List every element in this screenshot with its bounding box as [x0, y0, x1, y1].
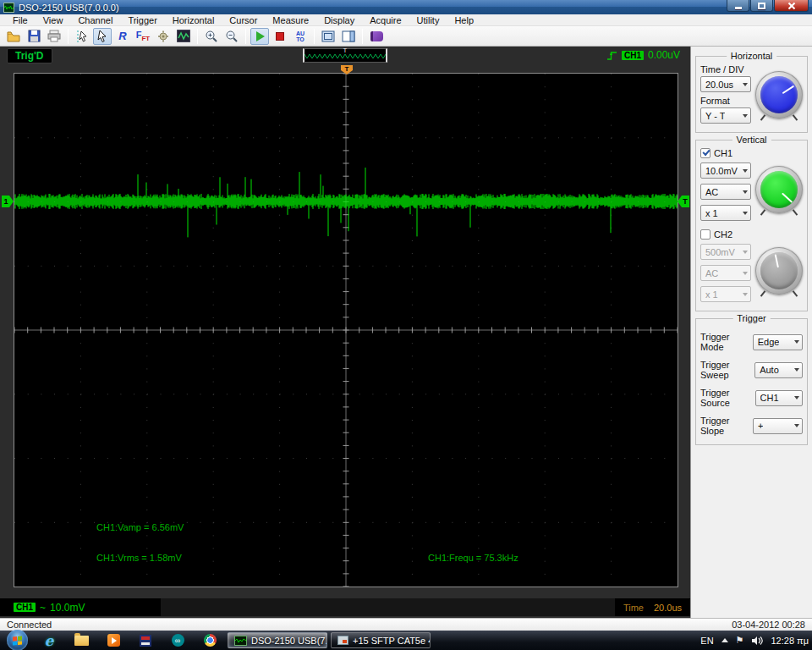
volume-icon[interactable]	[751, 636, 763, 646]
tray-clock[interactable]: 12:28 πμ	[771, 636, 809, 646]
chevron-down-icon	[743, 293, 748, 296]
taskbar-task-dso[interactable]: DSO-2150 USB(7.0.0.0)	[228, 632, 327, 648]
scope-grid-and-trace	[14, 74, 678, 587]
chevron-down-icon	[794, 396, 799, 399]
trigger-slope-label: Trigger Slope	[700, 416, 753, 436]
taskbar: e ∞ DSO-2150 USB(7.0.0.0) +15 SFTP CAT5e…	[0, 631, 812, 650]
ch1-position-knob[interactable]	[755, 166, 803, 213]
preview-trigger-marker: T	[343, 47, 347, 54]
side-panel-icon	[342, 30, 355, 42]
menu-file[interactable]: File	[5, 15, 36, 25]
taskbar-task-sftp[interactable]: +15 SFTP CAT5e 47u...	[331, 632, 431, 648]
ch1-settings-readout: CH1 ~ 10.0mV	[0, 598, 161, 616]
trigger-level-marker[interactable]: T	[678, 196, 689, 207]
save-button[interactable]	[25, 28, 43, 45]
panel-toggle-button[interactable]	[339, 28, 358, 45]
pointer-tool-button[interactable]	[93, 28, 112, 45]
ch2-label: CH2	[714, 229, 732, 240]
video-app-icon[interactable]	[135, 632, 156, 649]
format-select[interactable]: Y - T	[700, 107, 751, 124]
trigger-source-select[interactable]: CH1	[755, 390, 803, 406]
horizontal-group: Horizontal Time / DIV 20.0us Format Y - …	[695, 56, 808, 133]
print-button[interactable]	[45, 28, 63, 45]
chevron-down-icon	[743, 114, 748, 118]
time-div-select[interactable]: 20.0us	[700, 76, 751, 92]
chevron-down-icon	[794, 340, 799, 344]
menu-cursor[interactable]: Cursor	[222, 15, 265, 25]
media-player-icon[interactable]	[103, 632, 123, 649]
menu-acquire[interactable]: Acquire	[362, 15, 409, 25]
system-tray: EN ⚑ 12:28 πμ	[700, 631, 809, 650]
fullscreen-icon	[321, 30, 335, 42]
windows-logo-icon	[13, 636, 22, 645]
scope-bottom-bar: CH1 ~ 10.0mV Time 20.0us	[0, 598, 690, 616]
arduino-icon[interactable]: ∞	[167, 632, 188, 649]
autoset-button[interactable]: AUTO	[291, 28, 310, 45]
chevron-down-icon	[743, 212, 748, 215]
waveform-preview-scrollbar[interactable]: T	[303, 48, 387, 63]
maximize-icon	[758, 3, 765, 9]
ch2-position-knob[interactable]	[755, 247, 803, 295]
menu-help[interactable]: Help	[447, 15, 481, 25]
fullscreen-button[interactable]	[319, 28, 337, 45]
open-button[interactable]	[4, 28, 23, 45]
trigger-source-label: Trigger Source	[700, 388, 755, 408]
close-button[interactable]	[774, 0, 809, 12]
menu-utility[interactable]: Utility	[409, 15, 447, 25]
time-value: 20.0us	[654, 603, 682, 613]
trigger-group-title: Trigger	[732, 313, 770, 323]
ch1-coupling-select[interactable]: AC	[700, 184, 751, 200]
readout-channel-badge: CH1	[622, 51, 644, 60]
zoom-in-button[interactable]	[202, 28, 221, 45]
chrome-icon[interactable]	[200, 632, 220, 649]
pointer-arrow-icon	[96, 30, 108, 42]
chevron-down-icon	[743, 83, 748, 86]
zoom-out-button[interactable]	[222, 28, 241, 45]
settings-button[interactable]	[154, 28, 173, 45]
minimize-button[interactable]	[727, 0, 749, 12]
stop-button[interactable]	[271, 28, 289, 45]
trigger-slope-select[interactable]: +	[753, 418, 803, 434]
ch1-position-marker[interactable]: 1	[2, 196, 14, 207]
chevron-down-icon	[794, 424, 799, 427]
waveform-display-button[interactable]	[174, 28, 193, 45]
ch2-checkbox[interactable]	[700, 229, 710, 240]
help-button[interactable]	[367, 28, 386, 45]
trigger-sweep-select[interactable]: Auto	[754, 362, 803, 378]
ch1-probe-select[interactable]: x 1	[700, 205, 751, 221]
ch2-volts-select[interactable]: 500mV	[700, 244, 751, 260]
title-bar: DSO-2150 USB(7.0.0.0)	[0, 0, 812, 14]
menu-channel[interactable]: Channel	[70, 15, 120, 25]
trigger-mode-label: Trigger Mode	[700, 332, 753, 352]
explorer-folder-icon[interactable]	[71, 632, 91, 649]
toolbar-separator	[314, 29, 315, 44]
internet-explorer-icon[interactable]: e	[39, 632, 59, 649]
sftp-app-icon	[337, 636, 348, 645]
action-center-flag-icon[interactable]: ⚑	[736, 635, 744, 646]
language-indicator[interactable]: EN	[700, 636, 713, 646]
horizontal-group-title: Horizontal	[727, 51, 777, 61]
menu-view[interactable]: View	[36, 15, 71, 25]
app-logo-icon	[3, 3, 14, 13]
cursor-tool-button[interactable]	[73, 28, 91, 45]
ch1-checkbox[interactable]	[700, 148, 710, 158]
menu-display[interactable]: Display	[316, 15, 362, 25]
run-button[interactable]	[250, 28, 269, 45]
fft-button[interactable]: FFT	[134, 28, 152, 45]
menu-trigger[interactable]: Trigger	[120, 15, 164, 25]
show-hidden-icons-button[interactable]	[721, 638, 728, 642]
ch2-coupling-select[interactable]: AC	[700, 265, 751, 281]
menu-measure[interactable]: Measure	[265, 15, 316, 25]
ch1-volts-select[interactable]: 10.0mV	[700, 162, 751, 179]
ch2-probe-select[interactable]: x 1	[700, 286, 751, 302]
play-icon	[256, 31, 265, 41]
refresh-button[interactable]: R	[113, 28, 132, 45]
chevron-down-icon	[743, 272, 748, 275]
maximize-button[interactable]	[750, 0, 773, 12]
time-label: Time	[623, 603, 644, 613]
menu-horizontal[interactable]: Horizontal	[165, 15, 222, 25]
start-button[interactable]	[7, 630, 28, 650]
connection-status: Connected	[7, 620, 52, 630]
trigger-mode-select[interactable]: Edge	[753, 334, 803, 350]
horizontal-knob[interactable]	[755, 71, 803, 118]
